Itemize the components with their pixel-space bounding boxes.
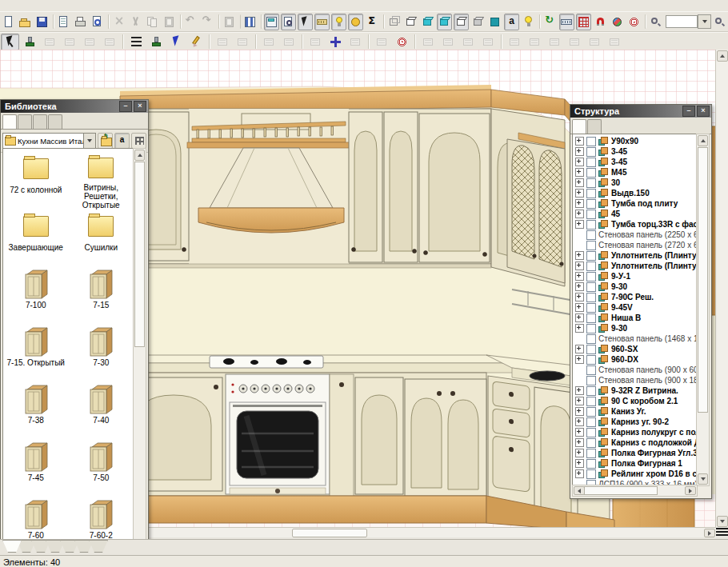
tree-item[interactable]: 960-DX [573,354,697,365]
undo-button[interactable] [183,14,198,30]
tree-item[interactable]: 90 С коробом 2.1 [573,396,697,406]
scroll-up-button[interactable] [717,50,728,62]
panel-dimensions-button[interactable] [314,14,330,30]
tree-item[interactable]: Карниз полукруг с поло [573,427,697,437]
select-tool-button[interactable] [1,34,19,50]
checkbox[interactable] [586,199,596,209]
tree-item[interactable]: 45 [573,209,697,219]
library-item[interactable]: Витрины, Решетки, Открытые [69,152,134,210]
structure-vertical-scrollbar[interactable] [696,134,710,486]
checkbox[interactable] [586,469,596,479]
zoom-window-button[interactable] [101,34,119,50]
dimension-line-button[interactable] [61,34,79,50]
open-button[interactable] [18,14,33,30]
expander-icon[interactable] [575,355,584,364]
expander-icon[interactable] [575,262,584,270]
library-scrollbar[interactable] [133,148,146,557]
expander-icon[interactable] [575,293,584,301]
properties-dialog-button[interactable] [242,14,258,30]
align-4-button[interactable] [479,34,498,50]
tree-item[interactable]: Уплотнитель (Плинтус) [573,250,697,261]
draw-pencil-button[interactable] [187,34,206,50]
view-gray-button[interactable] [470,14,486,30]
panel-preview-button[interactable] [281,14,296,30]
light-button[interactable] [521,14,536,30]
close-icon[interactable]: × [134,101,146,112]
tab-project[interactable] [572,119,586,134]
print-preview-button[interactable] [90,14,105,30]
expander-icon[interactable] [575,345,584,353]
paste-special-button[interactable] [222,14,237,30]
checkbox[interactable] [586,345,596,354]
new-file-button[interactable] [1,14,16,30]
zoom-in-button[interactable] [648,14,663,30]
tree-item[interactable]: Стеновая панель (1468 x 173 [573,333,697,344]
show-labels-button[interactable]: a [114,133,130,149]
selection-frame-button[interactable] [214,34,232,50]
expander-icon[interactable] [575,407,584,416]
tree-item[interactable]: Тумба торц.33R с фас. [573,219,697,230]
distribute-2-button[interactable] [526,34,544,50]
view-colors-button[interactable] [420,14,435,30]
scroll-thumb[interactable] [584,486,658,495]
library-item[interactable]: 7-38 [3,382,69,440]
library-item[interactable]: 7-40 [69,382,134,440]
render-sphere-button[interactable] [393,34,411,50]
checkbox[interactable] [586,210,596,219]
expander-icon[interactable] [575,272,584,281]
distribute-4-button[interactable] [566,34,584,50]
fit-corner-button[interactable] [373,34,391,50]
cut-button[interactable] [128,14,143,30]
redo-button[interactable] [200,14,215,30]
expander-icon[interactable] [575,303,584,312]
checkbox[interactable] [586,313,596,323]
expander-icon[interactable] [575,282,584,291]
expander-icon[interactable] [575,199,584,208]
expander-icon[interactable] [575,397,584,405]
checkbox[interactable] [586,241,596,250]
structure-panel-header[interactable]: Структура – × [570,105,711,118]
expander-icon[interactable] [575,459,584,468]
expander-icon[interactable] [575,417,584,426]
show-names-button[interactable] [504,14,519,30]
tree-item[interactable]: 3-45 [573,157,697,167]
tree-item[interactable]: Карниз уг. 90-2 [573,417,697,427]
tree-item[interactable]: Стеновая панель (2250 x 600 [573,230,697,240]
checkbox[interactable] [586,428,596,437]
checkbox[interactable] [586,293,596,302]
panel-calculation-button[interactable] [264,14,279,30]
move-element-button[interactable] [326,34,345,50]
checkbox[interactable] [586,178,596,188]
nudge-down-button[interactable] [280,34,298,50]
checkbox[interactable] [586,365,596,375]
expander-icon[interactable] [575,469,584,478]
expander-icon[interactable] [575,147,584,156]
expander-icon[interactable] [575,251,584,260]
tree-item[interactable]: Стеновая панель (2720 x 600 [573,240,697,250]
library-item[interactable]: 7-45 [3,440,69,497]
library-item[interactable]: Сушилки [69,210,134,267]
library-item[interactable]: 7-50 [69,440,134,497]
scroll-down-button[interactable] [717,516,728,527]
copy-button[interactable] [145,14,160,30]
panel-lighting-button[interactable] [331,14,346,30]
checkbox[interactable] [586,397,596,406]
checkbox[interactable] [586,137,596,146]
tree-item[interactable]: 7-90С Реш. [573,292,697,302]
align-3-button[interactable] [459,34,478,50]
box-select-button[interactable] [81,34,99,50]
library-item[interactable]: 7-15 [69,267,134,325]
tree-item[interactable]: Стеновая панель (900 x 600 x [573,365,697,375]
distribute-3-button[interactable] [546,34,564,50]
viewtab-east-wall[interactable] [89,540,108,553]
zoom-value-input[interactable] [666,15,698,28]
save-button[interactable] [34,14,50,30]
library-item[interactable]: 7-30 [69,325,134,382]
tree-item[interactable]: 9-У-1 [573,271,697,282]
tree-item[interactable]: У90х90 [573,136,697,146]
tree-item[interactable]: М45 [573,167,697,178]
rotate-view-button[interactable] [542,14,558,30]
grid-snap-button[interactable] [127,34,146,50]
expander-icon[interactable] [575,220,584,229]
viewtab-perspective[interactable] [2,540,22,553]
